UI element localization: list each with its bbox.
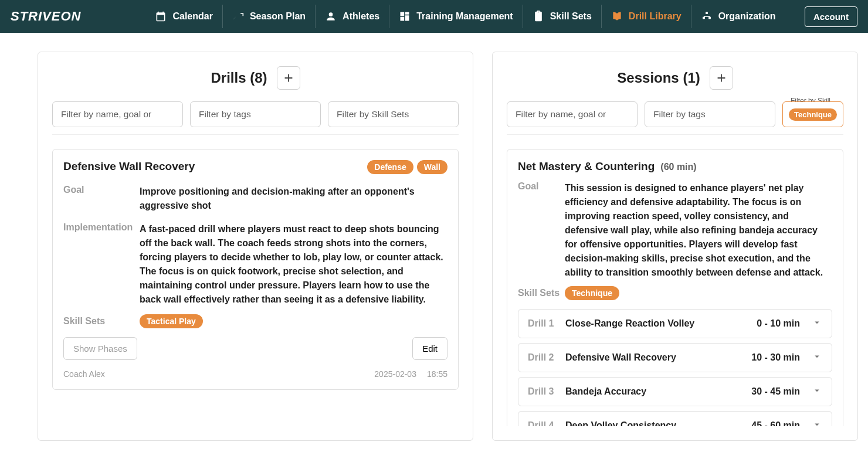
drill-time-range: 0 - 10 min — [757, 318, 800, 329]
session-drill-row[interactable]: Drill 3 Bandeja Accuracy 30 - 45 min — [518, 377, 832, 406]
drills-title: Drills (8) — [211, 70, 267, 86]
edit-drill-button[interactable]: Edit — [412, 337, 447, 360]
skillset-filter-chip[interactable]: Technique — [789, 108, 837, 121]
sessions-filter-tags-input[interactable] — [645, 101, 775, 127]
nav-drill-library[interactable]: Drill Library — [602, 5, 691, 28]
drill-number: Drill 2 — [528, 352, 565, 363]
session-skillsets-label: Skill Sets — [518, 288, 565, 298]
session-card: Net Mastery & Countering (60 min) Goal T… — [507, 149, 843, 426]
skillset-tag: Tactical Play — [140, 314, 203, 328]
nav-label: Training Management — [416, 11, 513, 22]
nav-label: Calendar — [172, 11, 212, 22]
calendar-icon — [155, 11, 167, 22]
chevron-down-icon — [812, 385, 822, 398]
drill-name: Defensive Wall Recovery — [565, 352, 751, 363]
nav-organization[interactable]: Organization — [691, 5, 785, 28]
sessions-header: Sessions (1) — [507, 66, 843, 90]
svg-rect-2 — [708, 17, 710, 19]
plus-icon — [282, 72, 295, 84]
account-button[interactable]: Account — [805, 6, 857, 27]
trend-icon — [232, 11, 244, 22]
goal-value: Improve positioning and decision-making … — [140, 185, 447, 213]
drills-filter-name-input[interactable] — [52, 101, 183, 127]
nav-label: Skill Sets — [550, 11, 592, 22]
drill-number: Drill 3 — [528, 386, 565, 397]
drill-name: Close-Range Reaction Volley — [565, 318, 757, 329]
chevron-down-icon — [812, 419, 822, 426]
drills-filter-skillsets-input[interactable] — [328, 101, 459, 127]
session-title: Net Mastery & Countering — [518, 160, 655, 173]
drill-card: Defensive Wall Recovery Defense Wall Goa… — [52, 149, 459, 390]
clipboard-icon — [533, 11, 544, 22]
book-icon — [611, 11, 623, 22]
implementation-label: Implementation — [63, 222, 140, 307]
drills-scroll[interactable]: Defensive Wall Recovery Defense Wall Goa… — [52, 149, 459, 426]
chevron-down-icon — [812, 351, 822, 364]
drill-name: Deep Volley Consistency — [565, 420, 751, 426]
sessions-title: Sessions (1) — [617, 70, 700, 86]
nav-training-management[interactable]: Training Management — [389, 5, 523, 28]
nav-label: Athletes — [343, 11, 379, 22]
add-session-button[interactable] — [710, 66, 733, 90]
nav-calendar[interactable]: Calendar — [145, 5, 222, 28]
tag-wall: Wall — [417, 160, 447, 174]
nav-label: Drill Library — [629, 11, 681, 22]
brand-logo[interactable]: STRIVEON — [11, 9, 81, 24]
drills-header: Drills (8) — [52, 66, 459, 90]
drill-number: Drill 1 — [528, 318, 565, 329]
drill-card-title: Defensive Wall Recovery — [63, 160, 195, 173]
sessions-scroll[interactable]: Net Mastery & Countering (60 min) Goal T… — [507, 149, 843, 426]
nav-links: Calendar Season Plan Athletes Training M… — [145, 5, 805, 28]
chevron-down-icon — [812, 317, 822, 330]
drill-time-range: 10 - 30 min — [751, 352, 800, 363]
main-content: Drills (8) Defensive Wall Recovery Defen… — [0, 33, 868, 460]
nav-athletes[interactable]: Athletes — [316, 5, 389, 28]
drill-time: 18:55 — [427, 369, 447, 379]
nav-season-plan[interactable]: Season Plan — [223, 5, 316, 28]
drill-tags: Defense Wall — [367, 160, 447, 174]
nav-label: Organization — [718, 11, 776, 22]
session-goal-label: Goal — [518, 181, 565, 280]
show-phases-button[interactable]: Show Phases — [63, 337, 137, 360]
drills-filter-tags-input[interactable] — [190, 101, 321, 127]
drills-panel: Drills (8) Defensive Wall Recovery Defen… — [38, 52, 473, 441]
top-nav: STRIVEON Calendar Season Plan Athletes T… — [0, 0, 868, 33]
plus-icon — [715, 72, 728, 84]
nav-skill-sets[interactable]: Skill Sets — [523, 5, 602, 28]
drill-number: Drill 4 — [528, 420, 565, 426]
sessions-filter-skillsets-wrap[interactable]: Filter by Skill Sets Technique — [782, 101, 843, 127]
session-drill-row[interactable]: Drill 4 Deep Volley Consistency 45 - 60 … — [518, 411, 832, 426]
tag-defense: Defense — [367, 160, 413, 174]
dashboard-icon — [399, 11, 411, 22]
session-duration: (60 min) — [660, 162, 696, 172]
skillsets-label: Skill Sets — [63, 316, 140, 327]
nav-label: Season Plan — [250, 11, 306, 22]
session-skillset-tag: Technique — [565, 286, 619, 300]
sessions-panel: Sessions (1) Filter by Skill Sets Techni… — [492, 52, 858, 441]
session-drill-row[interactable]: Drill 1 Close-Range Reaction Volley 0 - … — [518, 309, 832, 338]
drill-time-range: 45 - 60 min — [751, 420, 800, 426]
drills-filters — [52, 101, 459, 127]
divider — [52, 134, 459, 135]
person-icon — [325, 11, 337, 22]
drill-time-range: 30 - 45 min — [751, 386, 800, 397]
divider — [507, 134, 843, 135]
svg-rect-1 — [703, 17, 704, 19]
implementation-value: A fast-paced drill where players must re… — [140, 222, 447, 307]
sessions-filters: Filter by Skill Sets Technique — [507, 101, 843, 127]
sessions-filter-name-input[interactable] — [507, 101, 638, 127]
session-goal-value: This session is designed to enhance play… — [565, 181, 832, 280]
org-icon — [701, 11, 713, 22]
svg-rect-0 — [706, 12, 707, 14]
session-drill-row[interactable]: Drill 2 Defensive Wall Recovery 10 - 30 … — [518, 343, 832, 372]
add-drill-button[interactable] — [277, 66, 300, 90]
drill-name: Bandeja Accuracy — [565, 386, 751, 397]
drill-author: Coach Alex — [63, 369, 105, 379]
goal-label: Goal — [63, 185, 140, 213]
drill-date: 2025-02-03 — [374, 369, 416, 379]
sessions-filter-skillsets-input[interactable]: Technique — [782, 101, 843, 127]
